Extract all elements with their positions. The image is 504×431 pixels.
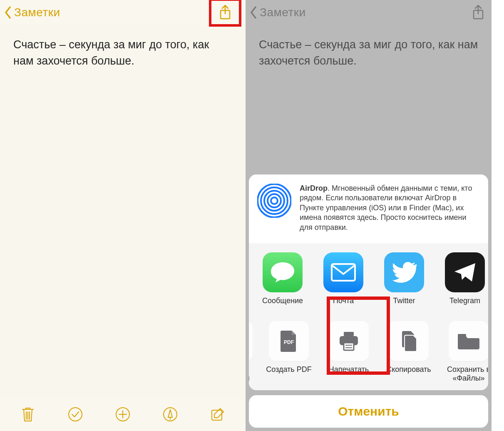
chevron-left-icon [4,6,12,19]
action-label: Скопировать [386,365,431,374]
airdrop-section[interactable]: AirDrop. Мгновенный обмен данными с теми… [249,174,488,243]
share-sheet-screen: Заметки Счастье – секунда за миг до того… [246,0,492,431]
share-apps-row[interactable]: Сообщение Почта Twitter [249,243,488,313]
svg-point-13 [258,184,291,217]
trash-icon [21,406,35,423]
svg-rect-26 [458,334,466,336]
bottom-toolbar [0,398,246,431]
messages-icon [263,252,303,292]
action-label: Создать PDF [266,365,311,374]
share-icon [219,5,231,20]
copy-icon [389,321,429,361]
share-panel: AirDrop. Мгновенный обмен данными с теми… [249,174,488,390]
action-notes-truncated[interactable]: ииетки [249,321,255,383]
markup-icon [162,406,178,422]
trash-button[interactable] [18,405,37,424]
svg-rect-14 [332,264,355,281]
back-label: Заметки [260,6,306,19]
action-create-pdf[interactable]: PDF Создать PDF [263,321,315,383]
back-button[interactable]: Заметки [4,6,60,19]
action-save-files[interactable]: Сохранить в«Файлы» [443,321,488,383]
app-label: Twitter [393,296,415,305]
app-label: Почта [333,296,354,305]
app-label: Telegram [449,296,480,305]
svg-point-9 [271,197,278,204]
actions-row[interactable]: ииетки PDF Создать PDF Напечатать [249,313,488,390]
chevron-left-icon [250,6,257,19]
share-app-messages[interactable]: Сообщение [258,252,307,305]
share-button-dim [469,3,487,22]
pdf-icon: PDF [269,321,309,361]
share-app-telegram[interactable]: Telegram [440,252,488,305]
action-label: ииетки [249,365,250,383]
checklist-button[interactable] [66,405,85,424]
twitter-icon [384,252,424,292]
svg-rect-23 [344,343,354,350]
telegram-icon [445,252,485,292]
back-button-dim: Заметки [250,6,306,19]
compose-icon [210,407,225,422]
compose-button[interactable] [208,405,227,424]
app-label: Сообщение [262,296,303,305]
note-content[interactable]: Счастье – секунда за миг до того, как на… [0,25,246,81]
back-label: Заметки [14,6,60,19]
folder-icon [449,321,488,361]
markup-button[interactable] [161,405,180,424]
svg-point-10 [268,194,281,207]
navbar-left: Заметки [0,0,246,25]
add-button[interactable] [113,405,132,424]
svg-text:PDF: PDF [284,339,294,345]
action-copy[interactable]: Скопировать [383,321,434,383]
cancel-button[interactable]: Отменить [249,395,488,428]
mail-icon [323,252,363,292]
action-label: Сохранить в«Файлы» [447,365,488,383]
share-button[interactable] [209,0,241,27]
share-app-twitter[interactable]: Twitter [380,252,429,305]
svg-point-1 [69,408,82,421]
note-content-dim: Счастье – секунда за миг до того, как на… [246,25,492,81]
share-icon [472,5,484,20]
share-sheet: AirDrop. Мгновенный обмен данными с теми… [249,174,488,428]
svg-rect-21 [344,332,354,336]
plus-circle-icon [115,406,131,422]
share-app-mail[interactable]: Почта [319,252,368,305]
action-label: Напечатать [329,365,369,374]
action-print[interactable]: Напечатать [323,321,375,383]
airdrop-icon [257,184,291,218]
notes-screen: Заметки Счастье – секунда за миг до того… [0,0,246,431]
airdrop-text: AirDrop. Мгновенный обмен данными с теми… [300,184,480,232]
printer-icon [329,321,369,361]
checkmark-circle-icon [67,406,83,422]
table-icon [249,321,253,361]
navbar-right: Заметки [246,0,492,25]
